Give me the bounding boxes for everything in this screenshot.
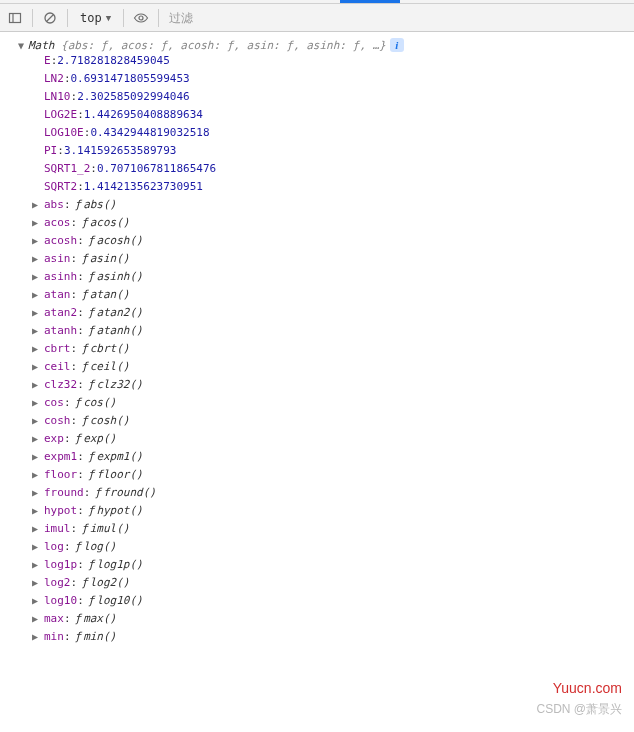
property-key: LN10 <box>44 88 71 106</box>
property-key: exp <box>44 430 64 448</box>
filter-input[interactable] <box>165 4 630 31</box>
colon: : <box>77 232 84 250</box>
expand-arrow-icon[interactable] <box>32 196 44 214</box>
property-row[interactable]: atanh:ƒatanh() <box>44 322 634 340</box>
property-row[interactable]: E: 2.718281828459045 <box>44 52 634 70</box>
expand-arrow-icon[interactable] <box>32 538 44 556</box>
expand-arrow-icon[interactable] <box>32 610 44 628</box>
property-row[interactable]: atan2:ƒatan2() <box>44 304 634 322</box>
expand-arrow-icon[interactable] <box>32 466 44 484</box>
property-row[interactable]: fround:ƒfround() <box>44 484 634 502</box>
expand-arrow-icon[interactable] <box>32 628 44 646</box>
expand-arrow-icon[interactable] <box>32 214 44 232</box>
expand-arrow-icon[interactable] <box>32 232 44 250</box>
property-row[interactable]: log2:ƒlog2() <box>44 574 634 592</box>
expand-arrow-icon[interactable] <box>32 448 44 466</box>
toggle-sidebar-button[interactable] <box>4 7 26 29</box>
separator <box>123 9 124 27</box>
property-row[interactable]: min:ƒmin() <box>44 628 634 646</box>
property-key: log10 <box>44 592 77 610</box>
function-symbol: ƒ <box>88 592 95 610</box>
property-row[interactable]: clz32:ƒclz32() <box>44 376 634 394</box>
property-row[interactable]: log1p:ƒlog1p() <box>44 556 634 574</box>
property-row[interactable]: LN2: 0.6931471805599453 <box>44 70 634 88</box>
expand-arrow-icon[interactable] <box>32 394 44 412</box>
live-expression-button[interactable] <box>130 7 152 29</box>
property-key: LN2 <box>44 70 64 88</box>
property-row[interactable]: cos:ƒcos() <box>44 394 634 412</box>
property-row[interactable]: atan:ƒatan() <box>44 286 634 304</box>
property-row[interactable]: expm1:ƒexpm1() <box>44 448 634 466</box>
colon: : <box>77 448 84 466</box>
expand-arrow-icon[interactable] <box>32 574 44 592</box>
info-icon[interactable]: i <box>390 38 404 52</box>
function-name: floor() <box>96 466 142 484</box>
function-name: ceil() <box>90 358 130 376</box>
context-selector[interactable]: top ▼ <box>74 8 117 28</box>
property-row[interactable]: cbrt:ƒcbrt() <box>44 340 634 358</box>
property-row[interactable]: abs:ƒabs() <box>44 196 634 214</box>
function-symbol: ƒ <box>81 412 88 430</box>
property-row[interactable]: asinh:ƒasinh() <box>44 268 634 286</box>
property-row[interactable]: cosh:ƒcosh() <box>44 412 634 430</box>
property-row[interactable]: SQRT1_2: 0.7071067811865476 <box>44 160 634 178</box>
expand-arrow-icon[interactable] <box>32 412 44 430</box>
property-row[interactable]: asin:ƒasin() <box>44 250 634 268</box>
expand-arrow-icon[interactable] <box>18 40 28 51</box>
expand-arrow-icon[interactable] <box>32 268 44 286</box>
function-name: log1p() <box>96 556 142 574</box>
property-row[interactable]: LN10: 2.302585092994046 <box>44 88 634 106</box>
property-row[interactable]: exp:ƒexp() <box>44 430 634 448</box>
function-symbol: ƒ <box>81 250 88 268</box>
property-row[interactable]: PI: 3.141592653589793 <box>44 142 634 160</box>
colon: : <box>71 214 78 232</box>
property-key: cbrt <box>44 340 71 358</box>
expand-arrow-icon[interactable] <box>32 322 44 340</box>
expand-arrow-icon[interactable] <box>32 592 44 610</box>
property-row[interactable]: hypot:ƒhypot() <box>44 502 634 520</box>
clear-console-button[interactable] <box>39 7 61 29</box>
property-key: LOG2E <box>44 106 77 124</box>
property-key: fround <box>44 484 84 502</box>
function-symbol: ƒ <box>81 520 88 538</box>
property-row[interactable]: imul:ƒimul() <box>44 520 634 538</box>
expand-arrow-icon[interactable] <box>32 520 44 538</box>
function-symbol: ƒ <box>75 610 82 628</box>
property-row[interactable]: floor:ƒfloor() <box>44 466 634 484</box>
colon: : <box>51 52 58 70</box>
function-name: hypot() <box>96 502 142 520</box>
expand-arrow-icon[interactable] <box>32 484 44 502</box>
object-properties: E: 2.718281828459045LN2: 0.6931471805599… <box>0 52 634 646</box>
function-symbol: ƒ <box>88 556 95 574</box>
property-row[interactable]: log10:ƒlog10() <box>44 592 634 610</box>
function-name: min() <box>83 628 116 646</box>
colon: : <box>71 412 78 430</box>
property-row[interactable]: log:ƒlog() <box>44 538 634 556</box>
expand-arrow-icon[interactable] <box>32 304 44 322</box>
object-header[interactable]: Math {abs: ƒ, acos: ƒ, acosh: ƒ, asin: ƒ… <box>0 38 634 52</box>
function-name: expm1() <box>96 448 142 466</box>
watermark-author: CSDN @萧景兴 <box>536 701 622 718</box>
expand-arrow-icon[interactable] <box>32 286 44 304</box>
colon: : <box>64 538 71 556</box>
expand-arrow-icon[interactable] <box>32 502 44 520</box>
expand-arrow-icon[interactable] <box>32 430 44 448</box>
property-row[interactable]: acosh:ƒacosh() <box>44 232 634 250</box>
property-row[interactable]: LOG2E: 1.4426950408889634 <box>44 106 634 124</box>
expand-arrow-icon[interactable] <box>32 250 44 268</box>
property-row[interactable]: max:ƒmax() <box>44 610 634 628</box>
expand-arrow-icon[interactable] <box>32 376 44 394</box>
function-symbol: ƒ <box>75 538 82 556</box>
property-key: max <box>44 610 64 628</box>
property-row[interactable]: ceil:ƒceil() <box>44 358 634 376</box>
expand-arrow-icon[interactable] <box>32 340 44 358</box>
function-symbol: ƒ <box>88 268 95 286</box>
property-row[interactable]: LOG10E: 0.4342944819032518 <box>44 124 634 142</box>
property-key: SQRT1_2 <box>44 160 90 178</box>
expand-arrow-icon[interactable] <box>32 358 44 376</box>
devtools-tabs <box>0 0 634 4</box>
property-key: cos <box>44 394 64 412</box>
property-row[interactable]: SQRT2: 1.4142135623730951 <box>44 178 634 196</box>
property-row[interactable]: acos:ƒacos() <box>44 214 634 232</box>
expand-arrow-icon[interactable] <box>32 556 44 574</box>
